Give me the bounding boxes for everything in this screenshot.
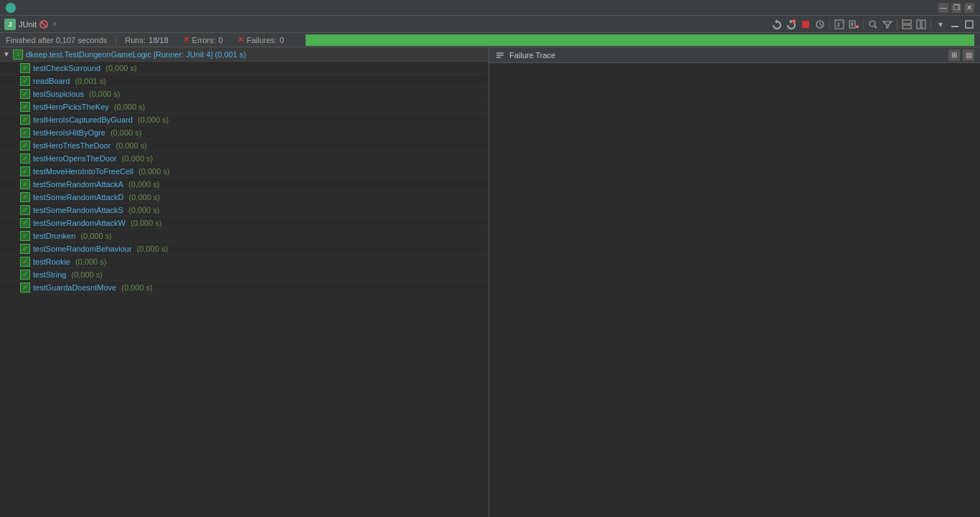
test-item[interactable]: ✓ testSomeRandomAttackW (0,000 s)	[0, 217, 489, 229]
test-item[interactable]: ✓ testSuspicious (0,000 s)	[0, 87, 489, 100]
test-name: testSomeRandomAttackS	[33, 206, 123, 214]
test-item[interactable]: ✓ testHeroPicksTheKey (0,000 s)	[0, 100, 489, 113]
test-name: testSomeRandomAttackD	[33, 193, 124, 201]
test-time: (0,000 s)	[120, 154, 153, 163]
main-content: ▼ J dkeep.test.TestDungeonGameLogic [Run…	[0, 47, 980, 517]
test-pass-icon: ✓	[20, 76, 30, 86]
test-item[interactable]: ✓ testHeroOpensTheDoor (0,000 s)	[0, 152, 489, 165]
test-list: ✓ testCheckSurround (0,000 s) ✓ readBoar…	[0, 62, 489, 294]
minimize-panel-button[interactable]	[948, 18, 961, 31]
test-time: (0,000 s)	[113, 141, 146, 150]
junit-logo-icon	[39, 20, 48, 29]
tree-expand-arrow: ▼	[3, 50, 10, 58]
test-item[interactable]: ✓ testHeroIsCapturedByGuard (0,000 s)	[0, 113, 489, 126]
status-separator1	[116, 36, 116, 44]
test-name: testHeroTriesTheDoor	[33, 141, 110, 150]
test-root-item[interactable]: ▼ J dkeep.test.TestDungeonGameLogic [Run…	[0, 47, 489, 62]
layout-vertical-button[interactable]	[915, 18, 928, 31]
test-pass-icon: ✓	[20, 283, 30, 293]
test-pass-icon: ✓	[20, 244, 30, 254]
failures-item: ✕ Failures: 0	[237, 35, 284, 44]
svg-line-9	[820, 24, 822, 26]
junit-tab-label: JUnit	[19, 20, 37, 29]
rerun-failed-button[interactable]	[785, 18, 798, 31]
test-time: (0,000 s)	[126, 206, 159, 214]
test-pass-icon: ✓	[20, 115, 30, 125]
test-time: (0,000 s)	[69, 270, 102, 279]
trace-header-controls[interactable]: ⊞ ▤	[948, 49, 974, 61]
test-time: (0,000 s)	[103, 64, 136, 72]
test-item[interactable]: ✓ testSomeRandomBehaviour (0,000 s)	[0, 242, 489, 255]
search-button[interactable]	[867, 18, 880, 31]
tab-close-button[interactable]: ×	[52, 20, 57, 28]
finished-text: Finished after 0,107 seconds	[6, 36, 107, 44]
test-item[interactable]: ✓ testSomeRandomAttackD (0,000 s)	[0, 191, 489, 204]
test-pass-icon: ✓	[20, 231, 30, 241]
toolbar: J JUnit ×	[0, 16, 980, 33]
errors-icon: ✕	[183, 35, 189, 44]
test-name: testSuspicious	[33, 90, 84, 98]
history-button[interactable]	[814, 18, 826, 31]
junit-wizard-button[interactable]	[847, 18, 860, 31]
errors-item: ✕ Errors: 0	[183, 35, 223, 44]
test-pass-icon: ✓	[20, 141, 30, 151]
test-item[interactable]: ✓ readBoard (0,001 s)	[0, 75, 489, 87]
dropdown-button[interactable]: ▾	[934, 18, 947, 31]
stop-button[interactable]	[799, 18, 812, 31]
separator2	[863, 19, 864, 29]
trace-view-button[interactable]: ▤	[963, 49, 974, 61]
test-item[interactable]: ✓ testString (0,000 s)	[0, 268, 489, 281]
test-time: (0,001 s)	[72, 77, 105, 85]
test-item[interactable]: ✓ testMoveHeroIntoToFreeCell (0,000 s)	[0, 165, 489, 178]
test-name: testSomeRandomAttackA	[33, 180, 123, 189]
junit-tab[interactable]: J JUnit ×	[4, 19, 57, 30]
title-bar-left	[6, 3, 16, 13]
test-item[interactable]: ✓ testHeroIsHitByOgre (0,000 s)	[0, 126, 489, 139]
test-pass-icon: ✓	[20, 89, 30, 99]
test-item[interactable]: ✓ testDrunken (0,000 s)	[0, 229, 489, 242]
minimize-button[interactable]: —	[938, 3, 948, 13]
test-name: testHeroPicksTheKey	[33, 103, 109, 111]
test-time: (0,000 s)	[126, 180, 159, 189]
restore-button[interactable]: ❐	[951, 3, 961, 13]
test-root-label: dkeep.test.TestDungeonGameLogic [Runner:…	[26, 50, 246, 59]
progress-bar	[306, 34, 974, 46]
test-item[interactable]: ✓ testRookie (0,000 s)	[0, 255, 489, 268]
failures-label: Failures:	[247, 36, 277, 44]
svg-line-2	[42, 22, 46, 27]
maximize-panel-button[interactable]	[963, 18, 976, 31]
test-time: (0,000 s)	[136, 167, 169, 176]
test-item[interactable]: ✓ testSomeRandomAttackS (0,000 s)	[0, 204, 489, 217]
test-time: (0,000 s)	[119, 283, 152, 292]
junit-tab-icon: J	[4, 19, 16, 30]
test-item[interactable]: ✓ testHeroTriesTheDoor (0,000 s)	[0, 139, 489, 152]
svg-line-19	[875, 26, 877, 28]
trace-layout-button[interactable]: ⊞	[948, 49, 960, 61]
rerun-button[interactable]	[771, 18, 783, 31]
test-pass-icon: ✓	[20, 63, 30, 73]
test-time: (0,000 s)	[112, 103, 145, 111]
test-item[interactable]: ✓ testGuardaDoesntMove (0,000 s)	[0, 281, 489, 294]
runs-label: Runs:	[125, 36, 146, 44]
new-junit-button[interactable]: J	[833, 18, 846, 31]
test-name: testGuardaDoesntMove	[33, 283, 116, 292]
separator3	[897, 19, 897, 29]
toolbar-right: J	[771, 18, 976, 31]
test-item[interactable]: ✓ testCheckSurround (0,000 s)	[0, 62, 489, 75]
close-button[interactable]: ✕	[964, 3, 974, 13]
svg-rect-25	[966, 21, 973, 28]
svg-rect-21	[903, 25, 911, 29]
test-name: testCheckSurround	[33, 64, 100, 72]
window-controls[interactable]: — ❐ ✕	[938, 3, 974, 13]
trace-panel-header: Failure Trace ⊞ ▤	[489, 47, 980, 63]
title-bar: — ❐ ✕	[0, 0, 980, 16]
status-bar: Finished after 0,107 seconds Runs: 18/18…	[0, 33, 980, 47]
layout-horizontal-button[interactable]	[900, 18, 913, 31]
test-class-icon: J	[13, 49, 23, 60]
test-item[interactable]: ✓ testSomeRandomAttackA (0,000 s)	[0, 178, 489, 191]
test-pass-icon: ✓	[20, 166, 30, 176]
test-time: (0,000 s)	[108, 128, 141, 137]
test-name: testString	[33, 270, 66, 279]
filter-button[interactable]	[881, 18, 894, 31]
test-name: testRookie	[33, 257, 70, 266]
